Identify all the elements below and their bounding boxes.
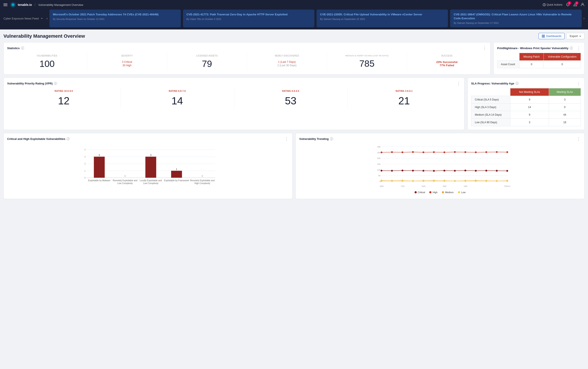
svg-point-73 — [464, 170, 466, 171]
fail-pct: 77% Failed — [409, 64, 485, 67]
news-card-2-title: CVE-2021-22005: Critical File Upload Vul… — [320, 12, 444, 16]
row-3: Critical and High Exploitable Vulnerabil… — [3, 133, 585, 199]
svg-point-58 — [444, 152, 445, 153]
print-info-icon[interactable]: i — [570, 47, 573, 50]
svg-text:Exploitable by Malware: Exploitable by Malware — [88, 179, 110, 182]
sla-row-3-label: Low (SLA 90 Days) — [471, 119, 510, 126]
svg-text:0: 0 — [125, 175, 126, 177]
bar-chart-card: Critical and High Exploitable Vulnerabil… — [3, 133, 293, 199]
page-title: Vulnerability Management Overview — [3, 33, 85, 39]
statistics-menu-btn[interactable]: ⋮ — [483, 46, 487, 50]
svg-text:Exploitable by Framework: Exploitable by Framework — [164, 179, 189, 182]
svg-text:1: 1 — [84, 170, 86, 172]
notification-badge: 5 — [568, 1, 571, 5]
vpr-rating-1: RATING 8.9-7.0 — [122, 90, 232, 92]
svg-text:-54D: -54D — [421, 185, 426, 187]
sla-row-2-not-meeting: 9 — [510, 111, 549, 119]
user-btn[interactable] — [581, 3, 585, 7]
svg-text:-90D: -90D — [379, 185, 384, 187]
news-card-2[interactable]: CVE-2021-22005: Critical File Upload Vul… — [316, 10, 448, 27]
svg-point-94 — [412, 180, 414, 182]
line-chart-svg: 30K25K20K15K10K5K0-90D-72D-54D-36D-18DTO… — [299, 144, 581, 188]
svg-point-53 — [391, 151, 393, 153]
scans-label: NESSUS & AGENT SCANS (LAST 90 DAYS) — [329, 55, 405, 57]
svg-point-62 — [485, 151, 487, 153]
svg-text:15K: 15K — [377, 163, 380, 165]
bar-chart-menu-btn[interactable]: ⋮ — [284, 137, 289, 141]
svg-point-55 — [412, 151, 414, 153]
print-menu-btn[interactable]: ⋮ — [577, 46, 581, 50]
sla-info-icon[interactable]: i — [515, 82, 519, 85]
vpr-info-icon[interactable]: i — [54, 82, 57, 85]
vpr-value-3: 21 — [349, 95, 459, 107]
vpr-item-3: RATING 3.9-0.1 21 — [347, 88, 461, 109]
trend-chart-menu-btn[interactable]: ⋮ — [577, 137, 581, 141]
svg-point-54 — [401, 152, 403, 153]
print-row: Asset Count 0 0 — [497, 61, 581, 68]
svg-text:0: 0 — [379, 180, 380, 183]
news-card-1[interactable]: CVE-2021-41773: Path Traversal Zero-Day … — [183, 10, 314, 27]
stat-severity: SEVERITY 3 Critical 30 High — [87, 53, 167, 71]
nav-divider: / — [34, 3, 36, 7]
sla-row-2-label: Medium (SLA 14 Days) — [471, 111, 510, 119]
quick-actions-label: Quick Actions — [546, 3, 562, 6]
export-button[interactable]: Export — [566, 33, 585, 39]
vpr-rating-2: RATING 6.9-4.0 — [236, 90, 346, 92]
statistics-grid: VULNERABILITIES 100 SEVERITY 3 Critical … — [7, 53, 487, 71]
notifications-btn[interactable]: 5 — [566, 3, 570, 7]
news-card-0[interactable]: Microsoft's October 2021 Patch Tuesday A… — [49, 10, 181, 27]
news-prev-btn[interactable]: ‹ — [47, 16, 48, 20]
legend-label-medium: Medium — [445, 191, 453, 194]
svg-point-69 — [423, 170, 424, 172]
news-card-3-meta: By Satnam Narang on September 17 2021 — [453, 22, 578, 24]
hamburger-menu[interactable] — [3, 3, 7, 6]
sla-row-2-meeting: 44 — [549, 111, 581, 119]
print-row-label: Asset Count — [497, 61, 519, 68]
print-card-header: PrintNightmare - Windows Print Spooler V… — [497, 46, 581, 50]
alerts-btn[interactable]: 3 — [573, 3, 577, 7]
vpr-item-1: RATING 8.9-7.0 14 — [121, 88, 234, 109]
sla-row-3-not-meeting: 3 — [510, 119, 549, 126]
svg-point-103 — [506, 180, 508, 182]
bar-chart-info-icon[interactable]: i — [67, 137, 70, 140]
statistics-info-icon[interactable]: i — [21, 47, 24, 50]
clock-icon — [543, 3, 546, 6]
alert-badge: 3 — [575, 1, 578, 5]
nav-page-title: Vulnerability Management Overview — [38, 3, 83, 7]
legend-dot-critical — [415, 191, 417, 193]
sla-row-3: Low (SLA 90 Days) 3 18 — [471, 119, 581, 126]
news-card-3[interactable]: CVE-2021-38647 (OMIGOD): Critical Flaw L… — [450, 10, 581, 27]
sla-row-1: High (SLA 3 Days) 14 0 — [471, 103, 581, 111]
sla-row-1-label: High (SLA 3 Days) — [471, 103, 510, 111]
dashboards-button[interactable]: Dashboards — [539, 33, 565, 39]
news-next-btn[interactable]: › — [583, 16, 585, 20]
legend-dot-high — [429, 191, 431, 193]
quick-actions-btn[interactable]: Quick Actions — [543, 3, 562, 6]
sla-menu-btn[interactable]: ⋮ — [577, 81, 581, 86]
svg-text:0: 0 — [202, 175, 203, 177]
svg-rect-6 — [544, 35, 545, 36]
sla-row-0-label: Critical (SLA 5 Days) — [471, 96, 510, 103]
trend-chart-info-icon[interactable]: i — [330, 137, 333, 140]
svg-point-2 — [12, 4, 14, 6]
sla-table: . Not Meeting SLAs Meeting SLAs Critical… — [471, 88, 581, 126]
sla-col-not-meeting: Not Meeting SLAs — [510, 88, 549, 96]
svg-point-59 — [454, 151, 456, 153]
news-card-0-meta: By Security Response Team on October 12 … — [53, 18, 177, 20]
bar-chart-title: Critical and High Exploitable Vulnerabil… — [7, 137, 70, 140]
svg-text:10K: 10K — [377, 169, 380, 171]
svg-rect-8 — [544, 36, 545, 38]
newly-label: NEWLY DISCOVERED — [249, 55, 325, 57]
svg-point-60 — [464, 151, 466, 153]
vpr-menu-btn[interactable]: ⋮ — [456, 81, 461, 86]
vpr-item-2: RATING 6.9-4.0 53 — [234, 88, 347, 109]
svg-text:-18D: -18D — [463, 185, 467, 187]
statistics-card-title: Statistics i — [7, 47, 24, 50]
vpr-value-0: 12 — [9, 95, 119, 107]
svg-point-75 — [485, 170, 487, 171]
legend-high: High — [429, 191, 438, 194]
page-header: Vulnerability Management Overview Dashbo… — [3, 33, 585, 39]
svg-point-52 — [381, 152, 382, 153]
svg-text:-36D: -36D — [442, 185, 447, 187]
svg-text:5K: 5K — [378, 175, 380, 177]
